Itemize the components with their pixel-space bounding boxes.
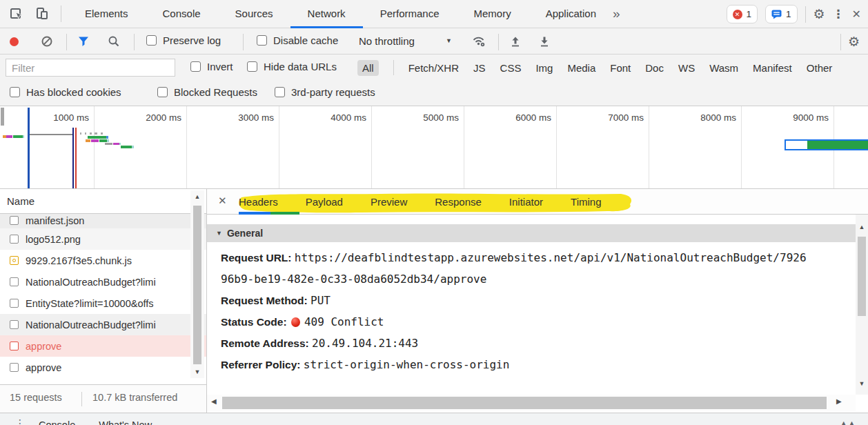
request-row-content: approve <box>0 341 61 352</box>
details-tab-preview[interactable]: Preview <box>371 196 407 208</box>
checkbox-box[interactable] <box>275 87 285 97</box>
details-tab-timing[interactable]: Timing <box>571 196 601 208</box>
close-devtools-icon[interactable]: ✕ <box>852 8 861 21</box>
tab-elements[interactable]: Elements <box>68 0 146 28</box>
search-icon[interactable] <box>108 35 120 48</box>
field-value: 409 Conflict <box>304 315 384 328</box>
filter-type-media[interactable]: Media <box>567 62 595 74</box>
device-toolbar-icon[interactable] <box>34 6 50 21</box>
throttling-select[interactable]: No throttling <box>359 35 415 47</box>
has-blocked-cookies-checkbox[interactable]: Has blocked cookies <box>10 86 121 98</box>
scroll-right-icon[interactable]: ▶ <box>836 397 842 405</box>
settings-gear-icon[interactable]: ⚙ <box>813 6 825 22</box>
more-tabs-chevron-icon[interactable]: » <box>607 0 626 28</box>
waterfall-bar <box>107 139 109 142</box>
filter-type-css[interactable]: CSS <box>500 62 522 74</box>
drawer-tab-whatsnew[interactable]: What's New <box>99 419 152 425</box>
checkbox-box[interactable] <box>146 35 157 46</box>
expand-drawer-icon[interactable]: ▲▲ <box>840 419 857 425</box>
preserve-log-checkbox[interactable]: Preserve log <box>146 34 221 46</box>
checkbox-box[interactable] <box>10 87 20 97</box>
details-tab-payload[interactable]: Payload <box>306 196 343 208</box>
requests-count: 15 requests <box>10 392 62 403</box>
throttling-caret-icon[interactable]: ▼ <box>446 37 452 44</box>
filter-type-other[interactable]: Other <box>807 62 833 74</box>
request-row[interactable]: EntityState?limit=10000&offs <box>0 293 206 314</box>
scroll-up-icon[interactable]: ▲ <box>855 224 868 230</box>
details-vertical-scrollbar[interactable]: ▲ ▼ <box>856 215 868 395</box>
request-row[interactable]: NationalOutreachBudget?limi <box>0 314 206 335</box>
message-badge[interactable]: 1 <box>765 5 798 23</box>
requests-vertical-scrollbar[interactable]: ▲ ▼ <box>190 190 204 378</box>
hide-data-urls-checkbox[interactable]: Hide data URLs <box>247 61 337 72</box>
inspect-element-icon[interactable] <box>9 6 24 21</box>
tab-network[interactable]: Network <box>290 0 363 28</box>
details-horizontal-scrollbar[interactable]: ◀ ▶ <box>207 395 856 411</box>
filter-type-ws[interactable]: WS <box>678 62 695 74</box>
filter-type-manifest[interactable]: Manifest <box>753 62 792 74</box>
scroll-up-icon[interactable]: ▲ <box>190 193 204 200</box>
drawer-tab-console[interactable]: Console <box>39 419 75 425</box>
filter-type-doc[interactable]: Doc <box>645 62 664 74</box>
tab-performance[interactable]: Performance <box>363 0 457 28</box>
divider <box>805 6 806 23</box>
network-settings-gear-icon[interactable]: ⚙ <box>848 34 860 50</box>
scrollbar-thumb[interactable] <box>193 206 201 364</box>
details-tab-response[interactable]: Response <box>435 196 482 208</box>
details-tab-headers[interactable]: Headers <box>239 196 278 208</box>
drawer-tabs: ConsoleWhat's New <box>39 419 152 425</box>
checkbox-box[interactable] <box>190 61 201 72</box>
third-party-requests-checkbox[interactable]: 3rd-party requests <box>275 86 375 98</box>
filter-input[interactable] <box>6 59 175 77</box>
error-badge[interactable]: ✕ 1 <box>727 5 758 23</box>
scroll-down-icon[interactable]: ▼ <box>855 380 868 387</box>
details-tab-initiator[interactable]: Initiator <box>509 196 543 208</box>
blocked-requests-checkbox[interactable]: Blocked Requests <box>157 86 257 98</box>
filter-type-img[interactable]: Img <box>535 62 553 74</box>
clear-network-log-icon[interactable] <box>41 35 53 48</box>
script-file-icon <box>10 256 19 265</box>
import-har-icon[interactable] <box>509 35 522 48</box>
checkbox-box[interactable] <box>247 61 257 72</box>
record-network-log-button[interactable] <box>10 37 19 46</box>
filter-funnel-icon[interactable] <box>77 36 90 47</box>
request-row[interactable]: approve <box>0 357 206 378</box>
name-column-header[interactable]: Name <box>0 189 206 214</box>
scrollbar-thumb[interactable] <box>222 397 827 409</box>
request-row-content: manifest.json <box>0 214 84 228</box>
invert-checkbox[interactable]: Invert <box>190 61 233 72</box>
scroll-left-icon[interactable]: ◀ <box>211 397 217 405</box>
filter-type-all[interactable]: All <box>357 60 379 76</box>
request-row[interactable]: approve <box>0 335 206 357</box>
disable-cache-checkbox[interactable]: Disable cache <box>257 34 338 46</box>
checkbox-box[interactable] <box>157 87 168 97</box>
filter-type-font[interactable]: Font <box>610 62 631 74</box>
message-bubble-icon <box>771 10 782 19</box>
filter-type-wasm[interactable]: Wasm <box>709 62 738 74</box>
network-overview-timeline[interactable]: 1000 ms2000 ms3000 ms4000 ms5000 ms6000 … <box>0 106 868 189</box>
request-row[interactable]: manifest.json <box>0 214 206 228</box>
tab-application[interactable]: Application <box>529 0 613 28</box>
checkbox-box[interactable] <box>257 35 267 46</box>
scroll-down-icon[interactable]: ▼ <box>190 368 204 375</box>
close-details-icon[interactable]: ✕ <box>218 195 227 207</box>
drawer-menu-icon[interactable]: ⋮ <box>15 417 25 425</box>
request-row[interactable]: NationalOutreachBudget?limi <box>0 271 206 293</box>
tab-sources[interactable]: Sources <box>218 0 290 28</box>
general-section-header[interactable]: ▼ General <box>207 224 856 242</box>
tab-console[interactable]: Console <box>146 0 218 28</box>
header-field: Request Method: PUT <box>221 290 854 311</box>
file-icon <box>10 342 19 350</box>
export-har-icon[interactable] <box>538 35 551 48</box>
selected-request-bar[interactable] <box>785 139 868 150</box>
timeline-tick-label: 5000 ms <box>404 112 459 123</box>
filter-type-fetchxhr[interactable]: Fetch/XHR <box>408 62 459 74</box>
tab-memory[interactable]: Memory <box>457 0 529 28</box>
file-icon <box>10 363 19 372</box>
more-options-icon[interactable]: ⋮ <box>833 7 845 21</box>
request-row[interactable]: 9929.2167f3e5.chunk.js <box>0 250 206 271</box>
network-conditions-icon[interactable] <box>472 34 486 48</box>
request-row[interactable]: logo512.png <box>0 228 206 250</box>
scrollbar-thumb[interactable] <box>858 237 866 316</box>
filter-type-js[interactable]: JS <box>473 62 486 74</box>
